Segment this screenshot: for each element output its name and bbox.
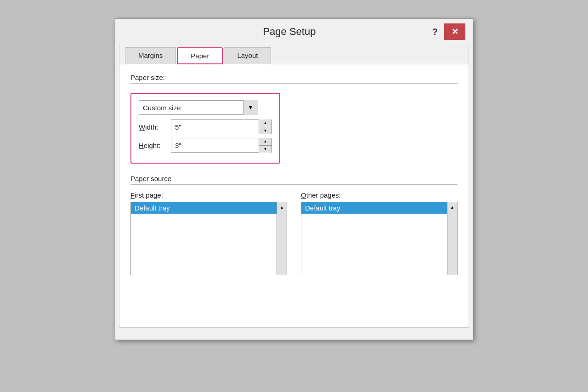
width-spinner-arrows: ▲ ▼ <box>259 119 271 134</box>
page-setup-dialog: Page Setup ? ✕ Margins Paper Layout <box>115 18 473 340</box>
width-spinner[interactable]: 5" ▲ ▼ <box>171 119 272 134</box>
height-row: Height: 3" ▲ ▼ <box>139 138 272 153</box>
paper-size-select-row: Custom size ▼ <box>139 100 272 115</box>
other-pages-listbox[interactable]: Default tray ▲ <box>301 202 458 275</box>
tab-margins[interactable]: Margins <box>125 47 176 64</box>
paper-source-section: Paper source First page: Default tray ▲ <box>130 175 458 275</box>
tab-layout[interactable]: Layout <box>224 47 271 64</box>
first-page-label-text: First page: <box>130 191 163 199</box>
first-page-label: First page: <box>130 191 287 199</box>
height-spin-up[interactable]: ▲ <box>259 138 271 146</box>
paper-size-value: Custom size <box>139 104 243 112</box>
tab-paper-label: Paper <box>191 52 209 60</box>
other-pages-scroll-up[interactable]: ▲ <box>447 202 457 212</box>
height-label-text: Height: <box>139 142 161 149</box>
first-page-scroll-up[interactable]: ▲ <box>277 202 287 212</box>
other-pages-default-tray[interactable]: Default tray <box>301 202 457 214</box>
help-button[interactable]: ? <box>429 26 441 38</box>
width-label-text: Width: <box>139 123 158 131</box>
spin-down-icon: ▼ <box>264 129 267 133</box>
tab-margins-label: Margins <box>138 51 163 59</box>
first-page-default-tray[interactable]: Default tray <box>131 202 287 214</box>
paper-size-controls: Custom size ▼ Width: 5" <box>130 93 280 164</box>
height-value: 3" <box>171 142 259 149</box>
paper-source-header: Paper source <box>130 175 458 185</box>
dialog-title: Page Setup <box>150 26 429 38</box>
other-pages-scrollbar: ▲ <box>447 202 457 275</box>
paper-source-label: Paper source <box>130 175 171 182</box>
width-spin-down[interactable]: ▼ <box>259 127 271 135</box>
tab-layout-label: Layout <box>237 51 258 59</box>
width-row: Width: 5" ▲ ▼ <box>139 119 272 134</box>
close-button[interactable]: ✕ <box>444 23 465 40</box>
chevron-down-icon: ▼ <box>248 104 254 111</box>
width-spin-up[interactable]: ▲ <box>259 119 271 127</box>
titlebar: Page Setup ? ✕ <box>115 19 473 43</box>
spin-down-icon-h: ▼ <box>264 147 267 151</box>
title-controls: ? ✕ <box>429 23 465 40</box>
content-area: Paper size: Custom size ▼ <box>119 64 469 284</box>
width-value: 5" <box>171 123 259 131</box>
other-pages-col: Other pages: Default tray ▲ <box>301 191 458 275</box>
first-page-col: First page: Default tray ▲ <box>130 191 287 275</box>
first-page-scrollbar: ▲ <box>277 202 287 275</box>
other-pages-label-text: Other pages: <box>301 191 341 199</box>
paper-size-label: Paper size: <box>130 74 165 81</box>
scroll-up-icon: ▲ <box>280 205 284 210</box>
source-columns: First page: Default tray ▲ <box>130 191 458 275</box>
spin-up-icon: ▲ <box>264 121 267 125</box>
height-label: Height: <box>139 142 171 149</box>
paper-size-dropdown-arrow[interactable]: ▼ <box>243 100 258 115</box>
scroll-up-icon-other: ▲ <box>450 205 454 210</box>
dialog-body: Margins Paper Layout Paper size: <box>119 43 469 328</box>
spin-up-icon-h: ▲ <box>264 139 267 143</box>
height-spinner[interactable]: 3" ▲ ▼ <box>171 138 272 153</box>
height-spin-down[interactable]: ▼ <box>259 146 271 153</box>
tab-paper[interactable]: Paper <box>177 47 223 64</box>
paper-size-header: Paper size: <box>130 74 458 84</box>
paper-size-select[interactable]: Custom size ▼ <box>139 100 258 115</box>
height-spinner-arrows: ▲ ▼ <box>259 138 271 153</box>
paper-size-section: Paper size: Custom size ▼ <box>130 74 458 164</box>
tab-bar: Margins Paper Layout <box>119 43 469 64</box>
close-icon: ✕ <box>452 27 458 37</box>
first-page-listbox[interactable]: Default tray ▲ <box>130 202 287 275</box>
other-pages-label: Other pages: <box>301 191 458 199</box>
width-label: Width: <box>139 123 171 131</box>
